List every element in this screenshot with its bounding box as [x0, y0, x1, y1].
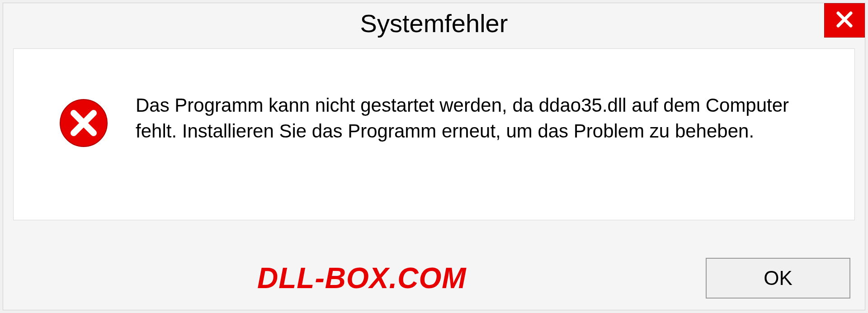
titlebar: Systemfehler [3, 3, 865, 44]
close-icon [835, 9, 854, 31]
dialog-title: Systemfehler [360, 9, 508, 38]
watermark-text: DLL-BOX.COM [13, 261, 467, 295]
ok-button[interactable]: OK [706, 258, 850, 299]
error-message: Das Programm kann nicht gestartet werden… [136, 93, 832, 144]
ok-button-label: OK [764, 267, 793, 289]
content-panel: Das Programm kann nicht gestartet werden… [13, 48, 855, 220]
footer: DLL-BOX.COM OK [13, 256, 855, 301]
close-button[interactable] [824, 3, 865, 38]
error-icon [59, 98, 108, 148]
error-dialog: Systemfehler Das Programm kann nicht ges… [3, 3, 865, 310]
